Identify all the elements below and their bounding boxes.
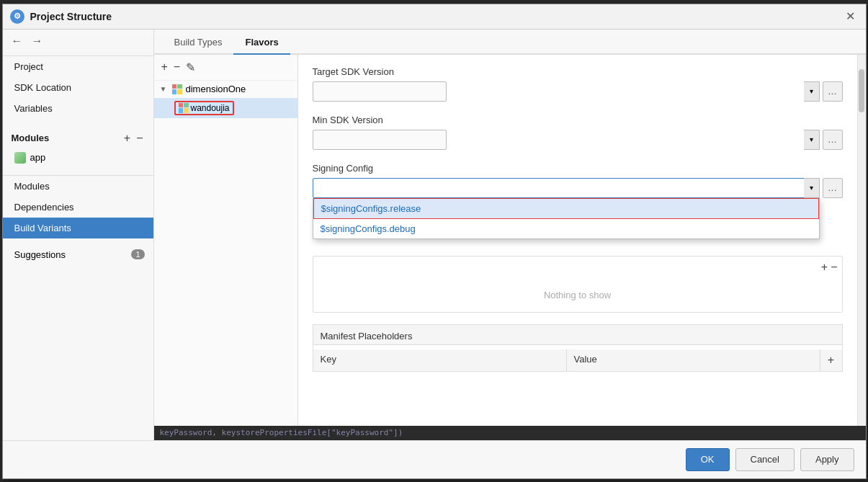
sidebar-item-dependencies[interactable]: Dependencies: [3, 197, 153, 218]
cancel-button[interactable]: Cancel: [735, 448, 795, 471]
tree-dimension-item[interactable]: ▼ dimensionOne: [154, 81, 297, 98]
min-sdk-input[interactable]: [313, 130, 447, 150]
module-item-app[interactable]: app: [3, 149, 153, 166]
bottom-nav-section: Modules Dependencies Build Variants: [3, 175, 153, 238]
signing-config-dropdown-btn[interactable]: ▾: [804, 178, 820, 198]
target-sdk-dropdown: ▾: [313, 81, 820, 102]
min-sdk-label: Min SDK Version: [313, 115, 843, 125]
suggestions-section: Suggestions 1: [3, 244, 153, 265]
panel-remove-btn[interactable]: −: [829, 259, 838, 275]
min-sdk-helper-btn[interactable]: …: [823, 130, 843, 150]
panel-add-btn[interactable]: +: [820, 259, 829, 275]
back-button[interactable]: ←: [9, 34, 26, 48]
nothing-to-show-text: Nothing to show: [313, 278, 842, 312]
tabs-bar: Build Types Flavors: [154, 30, 866, 55]
title-bar: ⚙ Project Structure ✕: [3, 4, 866, 30]
sidebar-item-sdk-location[interactable]: SDK Location: [3, 77, 153, 98]
tree-remove-button[interactable]: −: [172, 59, 182, 75]
manifest-col-action: +: [820, 349, 842, 371]
app-icon: ⚙: [10, 9, 24, 24]
dimension-icon: [171, 84, 183, 95]
bottom-bar: OK Cancel Apply: [3, 440, 866, 478]
project-structure-dialog: ⚙ Project Structure ✕ ← → Project SDK Lo…: [2, 4, 867, 479]
manifest-col-value: Value: [567, 349, 820, 371]
target-sdk-group: Target SDK Version ▾ …: [313, 66, 843, 102]
left-tree-panel: + − ✎ ▼ dimension: [154, 55, 298, 426]
tab-flavors[interactable]: Flavors: [233, 30, 290, 55]
top-nav-section: Project SDK Location Variables: [3, 55, 153, 119]
manifest-placeholders-section: Manifest Placeholders Key Value +: [313, 324, 843, 372]
modules-title: Modules: [12, 133, 50, 143]
modules-header: Modules + −: [3, 125, 153, 149]
tree-flavor-item-wandoujia[interactable]: wandoujia: [154, 98, 297, 118]
suggestions-label: Suggestions: [14, 249, 66, 260]
scrollbar-thumb: [859, 69, 864, 112]
tree-toolbar: + − ✎: [154, 55, 297, 81]
signing-config-helper-btn[interactable]: …: [823, 178, 843, 198]
manifest-label: Manifest Placeholders: [313, 325, 842, 345]
nav-arrows: ← →: [3, 30, 153, 53]
min-sdk-row: ▾ …: [313, 130, 843, 150]
sidebar-item-variables[interactable]: Variables: [3, 98, 153, 119]
signing-config-dropdown-list: $signingConfigs.release $signingConfigs.…: [313, 198, 820, 239]
sidebar-item-suggestions[interactable]: Suggestions 1: [3, 244, 153, 265]
min-sdk-dropdown-btn[interactable]: ▾: [804, 130, 820, 150]
flavor-icon-grid: [179, 103, 189, 113]
manifest-col-key: Key: [313, 349, 567, 371]
suggestions-badge: 1: [131, 249, 144, 259]
min-sdk-dropdown: ▾: [313, 130, 820, 150]
sidebar: ← → Project SDK Location Variables Modul…: [3, 30, 154, 440]
modules-list: app: [3, 149, 153, 172]
detail-wrapper: Target SDK Version ▾ … Min SD: [298, 55, 866, 426]
flavor-label: wandoujia: [191, 103, 230, 113]
dimension-label: dimensionOne: [186, 84, 246, 94]
modules-toolbar: + −: [122, 130, 145, 146]
signing-config-row: ▾ $signingConfigs.release $signingConfig…: [313, 178, 843, 198]
manifest-add-button[interactable]: +: [828, 354, 834, 367]
sidebar-item-modules[interactable]: Modules: [3, 176, 153, 197]
target-sdk-row: ▾ …: [313, 81, 843, 102]
module-label: app: [30, 152, 46, 163]
target-sdk-helper-btn[interactable]: …: [823, 81, 843, 102]
signing-config-group: Signing Config ▾ $signingConfigs.release…: [313, 163, 843, 198]
scrollbar[interactable]: [857, 55, 866, 426]
dialog-title: Project Structure: [30, 11, 112, 22]
sidebar-item-project[interactable]: Project: [3, 56, 153, 77]
module-icon: [14, 152, 26, 164]
signing-config-label: Signing Config: [313, 163, 843, 174]
apply-button[interactable]: Apply: [800, 448, 854, 471]
nothing-to-show-panel: + − Nothing to show: [313, 256, 843, 313]
ok-button[interactable]: OK: [686, 448, 730, 471]
forward-button[interactable]: →: [29, 34, 46, 48]
content-area: + − ✎ ▼ dimension: [154, 55, 866, 426]
close-button[interactable]: ✕: [843, 9, 859, 24]
target-sdk-label: Target SDK Version: [313, 66, 843, 77]
collapse-arrow-icon: ▼: [160, 85, 169, 93]
tree-edit-button[interactable]: ✎: [184, 59, 197, 76]
manifest-table-header: Key Value +: [313, 349, 842, 371]
tree-content: ▼ dimensionOne: [154, 81, 297, 426]
add-module-button[interactable]: +: [122, 130, 132, 146]
title-bar-left: ⚙ Project Structure: [10, 9, 112, 24]
main-content: Build Types Flavors + − ✎ ▼: [154, 30, 866, 440]
signing-option-release[interactable]: $signingConfigs.release: [313, 198, 819, 219]
sidebar-item-build-variants[interactable]: Build Variants: [3, 218, 153, 238]
target-sdk-input[interactable]: [313, 81, 447, 102]
dialog-body: ← → Project SDK Location Variables Modul…: [3, 30, 866, 440]
signing-config-input[interactable]: [313, 178, 820, 198]
tree-add-button[interactable]: +: [160, 59, 169, 75]
detail-panel: Target SDK Version ▾ … Min SD: [298, 55, 857, 426]
code-text: keyPassword, keystorePropertiesFile["key…: [160, 428, 403, 437]
selected-flavor-box: wandoujia: [174, 101, 234, 115]
remove-module-button[interactable]: −: [135, 130, 144, 146]
min-sdk-group: Min SDK Version ▾ …: [313, 115, 843, 150]
tab-build-types[interactable]: Build Types: [163, 30, 234, 55]
target-sdk-dropdown-btn[interactable]: ▾: [804, 81, 820, 102]
signing-option-debug[interactable]: $signingConfigs.debug: [313, 219, 819, 238]
code-bar: keyPassword, keystorePropertiesFile["key…: [154, 426, 866, 440]
signing-config-dropdown: ▾ $signingConfigs.release $signingConfig…: [313, 178, 820, 198]
